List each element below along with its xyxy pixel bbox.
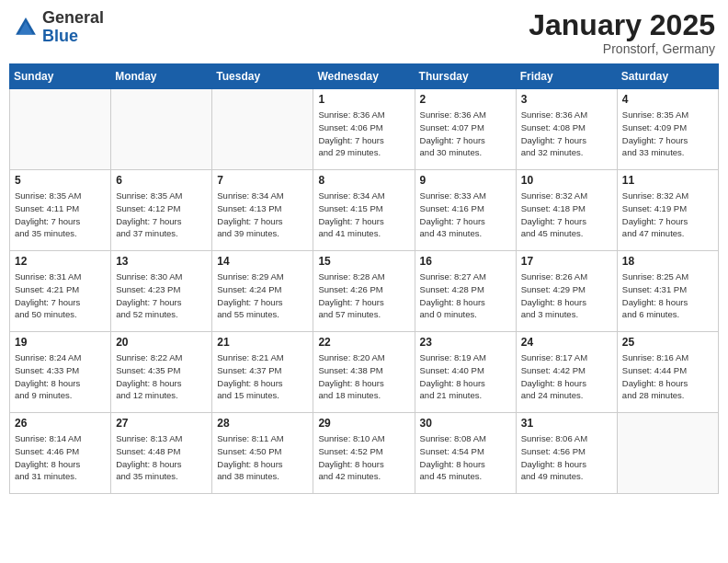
day-info: Sunrise: 8:13 AM Sunset: 4:48 PM Dayligh… [116, 432, 207, 483]
day-info: Sunrise: 8:32 AM Sunset: 4:18 PM Dayligh… [521, 190, 612, 240]
day-number: 21 [217, 336, 308, 349]
logo-icon [13, 15, 39, 40]
weekday-header-friday: Friday [516, 64, 617, 89]
calendar-cell: 20Sunrise: 8:22 AM Sunset: 4:35 PM Dayli… [111, 332, 212, 413]
calendar-cell: 11Sunrise: 8:32 AM Sunset: 4:19 PM Dayli… [617, 170, 718, 251]
day-info: Sunrise: 8:34 AM Sunset: 4:13 PM Dayligh… [217, 190, 308, 240]
day-number: 9 [420, 174, 511, 187]
day-info: Sunrise: 8:30 AM Sunset: 4:23 PM Dayligh… [116, 270, 207, 321]
title-block: January 2025 Pronstorf, Germany [529, 9, 715, 56]
day-number: 19 [15, 336, 106, 349]
weekday-header-tuesday: Tuesday [212, 64, 313, 89]
calendar-cell: 14Sunrise: 8:29 AM Sunset: 4:24 PM Dayli… [212, 251, 313, 332]
weekday-header-saturday: Saturday [617, 64, 718, 89]
day-number: 24 [521, 336, 612, 349]
calendar-cell: 4Sunrise: 8:35 AM Sunset: 4:09 PM Daylig… [617, 89, 718, 170]
calendar-cell: 6Sunrise: 8:35 AM Sunset: 4:12 PM Daylig… [111, 170, 212, 251]
calendar-week-5: 26Sunrise: 8:14 AM Sunset: 4:46 PM Dayli… [10, 413, 719, 494]
calendar-cell: 16Sunrise: 8:27 AM Sunset: 4:28 PM Dayli… [415, 251, 516, 332]
calendar-cell: 7Sunrise: 8:34 AM Sunset: 4:13 PM Daylig… [212, 170, 313, 251]
day-number: 2 [420, 93, 511, 106]
calendar-cell: 22Sunrise: 8:20 AM Sunset: 4:38 PM Dayli… [313, 332, 415, 413]
day-info: Sunrise: 8:26 AM Sunset: 4:29 PM Dayligh… [521, 270, 612, 321]
calendar-cell: 2Sunrise: 8:36 AM Sunset: 4:07 PM Daylig… [415, 89, 516, 170]
logo-text: General Blue [42, 9, 104, 46]
weekday-header-row: SundayMondayTuesdayWednesdayThursdayFrid… [10, 64, 719, 89]
day-number: 25 [622, 336, 713, 349]
day-number: 28 [217, 417, 308, 430]
calendar-cell: 21Sunrise: 8:21 AM Sunset: 4:37 PM Dayli… [212, 332, 313, 413]
weekday-header-sunday: Sunday [10, 64, 111, 89]
calendar-cell: 30Sunrise: 8:08 AM Sunset: 4:54 PM Dayli… [415, 413, 516, 494]
day-info: Sunrise: 8:22 AM Sunset: 4:35 PM Dayligh… [116, 351, 207, 402]
day-number: 16 [420, 255, 511, 268]
calendar-cell [212, 89, 313, 170]
calendar-cell: 29Sunrise: 8:10 AM Sunset: 4:52 PM Dayli… [313, 413, 415, 494]
calendar-cell: 12Sunrise: 8:31 AM Sunset: 4:21 PM Dayli… [10, 251, 111, 332]
day-info: Sunrise: 8:31 AM Sunset: 4:21 PM Dayligh… [15, 270, 106, 321]
day-number: 29 [318, 417, 409, 430]
day-number: 13 [116, 255, 207, 268]
calendar-week-2: 5Sunrise: 8:35 AM Sunset: 4:11 PM Daylig… [10, 170, 719, 251]
day-number: 15 [318, 255, 409, 268]
logo-general: General [42, 8, 104, 27]
calendar-week-3: 12Sunrise: 8:31 AM Sunset: 4:21 PM Dayli… [10, 251, 719, 332]
calendar-cell: 24Sunrise: 8:17 AM Sunset: 4:42 PM Dayli… [516, 332, 617, 413]
calendar-cell [10, 89, 111, 170]
day-info: Sunrise: 8:36 AM Sunset: 4:08 PM Dayligh… [521, 109, 612, 159]
calendar-cell: 27Sunrise: 8:13 AM Sunset: 4:48 PM Dayli… [111, 413, 212, 494]
day-info: Sunrise: 8:36 AM Sunset: 4:06 PM Dayligh… [318, 109, 409, 159]
day-info: Sunrise: 8:20 AM Sunset: 4:38 PM Dayligh… [318, 351, 409, 402]
calendar-week-4: 19Sunrise: 8:24 AM Sunset: 4:33 PM Dayli… [10, 332, 719, 413]
day-info: Sunrise: 8:16 AM Sunset: 4:44 PM Dayligh… [622, 351, 713, 402]
day-info: Sunrise: 8:32 AM Sunset: 4:19 PM Dayligh… [622, 190, 713, 240]
day-info: Sunrise: 8:25 AM Sunset: 4:31 PM Dayligh… [622, 270, 713, 321]
day-info: Sunrise: 8:10 AM Sunset: 4:52 PM Dayligh… [318, 432, 409, 483]
weekday-header-monday: Monday [111, 64, 212, 89]
day-number: 30 [420, 417, 511, 430]
day-info: Sunrise: 8:19 AM Sunset: 4:40 PM Dayligh… [420, 351, 511, 402]
day-number: 17 [521, 255, 612, 268]
day-info: Sunrise: 8:33 AM Sunset: 4:16 PM Dayligh… [420, 190, 511, 240]
weekday-header-thursday: Thursday [415, 64, 516, 89]
day-number: 26 [15, 417, 106, 430]
day-info: Sunrise: 8:35 AM Sunset: 4:11 PM Dayligh… [15, 190, 106, 240]
day-info: Sunrise: 8:35 AM Sunset: 4:12 PM Dayligh… [116, 190, 207, 240]
day-number: 8 [318, 174, 409, 187]
day-info: Sunrise: 8:29 AM Sunset: 4:24 PM Dayligh… [217, 270, 308, 321]
calendar-cell: 17Sunrise: 8:26 AM Sunset: 4:29 PM Dayli… [516, 251, 617, 332]
calendar-cell: 28Sunrise: 8:11 AM Sunset: 4:50 PM Dayli… [212, 413, 313, 494]
page-header: General Blue January 2025 Pronstorf, Ger… [9, 9, 719, 56]
calendar-cell: 8Sunrise: 8:34 AM Sunset: 4:15 PM Daylig… [313, 170, 415, 251]
day-number: 20 [116, 336, 207, 349]
month-year: January 2025 [529, 9, 715, 41]
day-number: 23 [420, 336, 511, 349]
calendar-cell [111, 89, 212, 170]
calendar-cell: 26Sunrise: 8:14 AM Sunset: 4:46 PM Dayli… [10, 413, 111, 494]
day-number: 22 [318, 336, 409, 349]
day-number: 31 [521, 417, 612, 430]
calendar-cell: 9Sunrise: 8:33 AM Sunset: 4:16 PM Daylig… [415, 170, 516, 251]
day-info: Sunrise: 8:36 AM Sunset: 4:07 PM Dayligh… [420, 109, 511, 159]
calendar-cell: 25Sunrise: 8:16 AM Sunset: 4:44 PM Dayli… [617, 332, 718, 413]
day-info: Sunrise: 8:17 AM Sunset: 4:42 PM Dayligh… [521, 351, 612, 402]
day-info: Sunrise: 8:27 AM Sunset: 4:28 PM Dayligh… [420, 270, 511, 321]
day-number: 12 [15, 255, 106, 268]
calendar-cell: 31Sunrise: 8:06 AM Sunset: 4:56 PM Dayli… [516, 413, 617, 494]
logo: General Blue [13, 9, 104, 46]
weekday-header-wednesday: Wednesday [313, 64, 415, 89]
day-info: Sunrise: 8:28 AM Sunset: 4:26 PM Dayligh… [318, 270, 409, 321]
day-number: 18 [622, 255, 713, 268]
day-info: Sunrise: 8:21 AM Sunset: 4:37 PM Dayligh… [217, 351, 308, 402]
calendar-cell: 18Sunrise: 8:25 AM Sunset: 4:31 PM Dayli… [617, 251, 718, 332]
day-number: 3 [521, 93, 612, 106]
day-info: Sunrise: 8:34 AM Sunset: 4:15 PM Dayligh… [318, 190, 409, 240]
day-info: Sunrise: 8:24 AM Sunset: 4:33 PM Dayligh… [15, 351, 106, 402]
day-number: 1 [318, 93, 409, 106]
logo-blue: Blue [42, 27, 78, 45]
day-info: Sunrise: 8:35 AM Sunset: 4:09 PM Dayligh… [622, 109, 713, 159]
day-number: 10 [521, 174, 612, 187]
calendar-week-1: 1Sunrise: 8:36 AM Sunset: 4:06 PM Daylig… [10, 89, 719, 170]
day-number: 11 [622, 174, 713, 187]
calendar-table: SundayMondayTuesdayWednesdayThursdayFrid… [9, 63, 719, 494]
